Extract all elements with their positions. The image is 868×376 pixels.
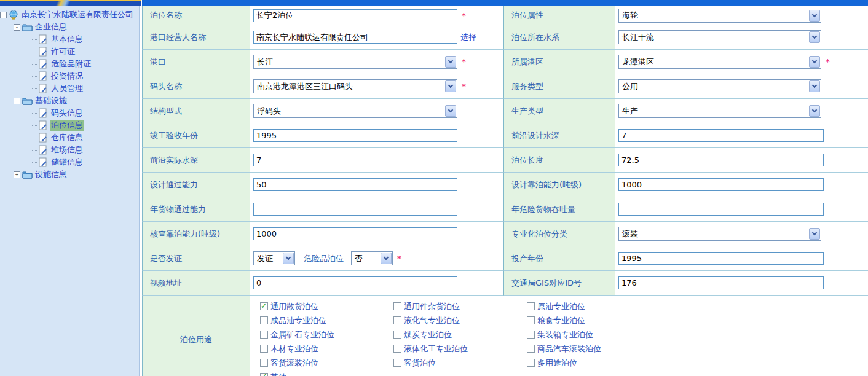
collapse-expander-icon[interactable]: -: [14, 24, 20, 31]
port-select[interactable]: 长江: [253, 55, 457, 69]
checkbox-refined-oil-berth: 成品油专业泊位: [260, 313, 393, 327]
collapse-expander-icon[interactable]: -: [14, 98, 20, 104]
collapse-expander-icon[interactable]: -: [0, 12, 7, 18]
tree-node-infrastructure[interactable]: - 基础设施: [0, 95, 139, 107]
annual-cargo-throughput-input[interactable]: [253, 203, 457, 216]
globe-icon: [9, 10, 19, 20]
field-label-production-year: 投产年份: [503, 246, 615, 271]
checkbox[interactable]: [260, 345, 268, 353]
checkbox[interactable]: [260, 331, 268, 339]
checkbox-label: 通用件杂货泊位: [404, 301, 460, 312]
berth-info-form: 泊位名称 * 泊位属性 海轮 港口经营人名称 选择 泊位所在水系 长江干流 港口…: [142, 6, 868, 376]
field-label-video-address: 视频地址: [142, 271, 250, 296]
dangerous-berth-select[interactable]: 否: [351, 251, 393, 265]
service-type-select[interactable]: 公用: [618, 79, 821, 93]
field-label-berth-name: 泊位名称: [142, 6, 250, 25]
field-label-berth-attribute: 泊位属性: [503, 6, 615, 25]
choose-operator-link[interactable]: 选择: [460, 32, 476, 43]
production-year-input[interactable]: [618, 252, 824, 265]
tree-node-berth-info-selected[interactable]: 泊位信息: [0, 119, 139, 131]
select-value: 长江干流: [619, 32, 821, 43]
usage-column-3: 原油专业泊位 粮食专业泊位 集装箱专业泊位 商品汽车滚装泊位 多用途泊位: [527, 299, 660, 370]
checkbox-passenger-cargo-roro-berth: 客货滚装泊位: [260, 356, 393, 370]
checkbox[interactable]: [260, 359, 268, 367]
tree-node-license[interactable]: 许可证: [0, 45, 139, 58]
dropdown-arrow-icon: [809, 105, 820, 117]
design-throughput-input[interactable]: [253, 178, 457, 191]
checkbox[interactable]: [393, 331, 401, 339]
checkbox[interactable]: [393, 302, 401, 310]
verified-berthing-capacity-input[interactable]: [253, 227, 457, 240]
production-type-select[interactable]: 生产: [618, 104, 821, 118]
select-value: 公用: [619, 81, 821, 92]
tree-node-dangerous-goods-annex[interactable]: 危险品附证: [0, 58, 139, 70]
tree-node-storage-tank-info[interactable]: 储罐信息: [0, 156, 139, 168]
checkbox[interactable]: ✓: [260, 302, 268, 310]
folder-icon: [22, 96, 33, 106]
tree-node-wharf-info[interactable]: 码头信息: [0, 107, 139, 119]
checkbox[interactable]: [527, 331, 535, 339]
tree-node-facility-info[interactable]: + 设施信息: [0, 168, 139, 181]
tree-connector: [32, 162, 37, 163]
gis-id-input[interactable]: [618, 276, 824, 289]
video-address-input[interactable]: [253, 276, 457, 289]
license-issued-select[interactable]: 发证: [253, 251, 295, 265]
field-label-port: 港口: [142, 50, 250, 74]
checkbox[interactable]: [260, 316, 268, 324]
annual-dangerous-cargo-input[interactable]: [618, 203, 824, 216]
dropdown-arrow-icon: [445, 105, 456, 117]
tree-node-label: 投资情况: [50, 71, 84, 82]
field-video-address: [250, 271, 503, 296]
field-structure-type: 浮码头: [250, 99, 503, 123]
wharf-name-select[interactable]: 南京港龙潭港区三江口码头: [253, 79, 457, 93]
field-berth-length: [615, 148, 868, 173]
design-berthing-capacity-input[interactable]: [618, 178, 824, 191]
dropdown-arrow-icon: [809, 56, 820, 68]
tree-node-warehouse-info[interactable]: 仓库信息: [0, 131, 139, 144]
checkbox[interactable]: [393, 316, 401, 324]
water-system-select[interactable]: 长江干流: [618, 30, 821, 44]
completion-year-input[interactable]: [253, 129, 457, 142]
field-design-front-depth: [615, 123, 868, 148]
tree-node-investment[interactable]: 投资情况: [0, 70, 139, 82]
port-operator-input[interactable]: [253, 31, 457, 44]
tree-node-enterprise-info[interactable]: - 企业信息: [0, 21, 139, 33]
tree-node-personnel[interactable]: 人员管理: [0, 82, 139, 95]
actual-front-depth-input[interactable]: [253, 154, 457, 166]
tree-node-basic-info[interactable]: 基本信息: [0, 33, 139, 45]
checkbox[interactable]: [527, 359, 535, 367]
port-area-select[interactable]: 龙潭港区: [618, 55, 821, 69]
field-label-water-system: 泊位所在水系: [503, 25, 615, 50]
field-label-berth-usage: 泊位用途: [142, 296, 250, 376]
required-asterisk: *: [462, 11, 466, 20]
field-label-gis-id: 交通局GIS对应ID号: [503, 271, 615, 296]
checkbox-label: 煤炭专业泊位: [404, 329, 452, 340]
tree-node-label: 危险品附证: [50, 58, 92, 69]
tree-node-company-root[interactable]: - 南京长宁水陆联运有限责任公司: [0, 9, 139, 21]
structure-type-select[interactable]: 浮码头: [253, 104, 457, 118]
tree-node-yard-info[interactable]: 堆场信息: [0, 144, 139, 156]
tree-node-label: 码头信息: [50, 108, 84, 119]
tree-node-label: 许可证: [50, 46, 76, 57]
checkmark-icon: ✓: [261, 372, 267, 376]
expand-expander-icon[interactable]: +: [14, 171, 20, 178]
checkbox[interactable]: [527, 302, 535, 310]
field-label-port-operator: 港口经营人名称: [142, 25, 250, 50]
field-port: 长江 *: [250, 50, 503, 74]
checkbox-label: 原油专业泊位: [537, 301, 585, 312]
banner-left-segment: [0, 0, 141, 6]
document-icon: [38, 59, 49, 69]
required-asterisk: *: [397, 254, 401, 263]
checkbox[interactable]: ✓: [260, 373, 268, 376]
berth-name-input[interactable]: [253, 9, 457, 22]
checkbox[interactable]: [527, 316, 535, 324]
field-label-design-front-depth: 前沿设计水深: [503, 123, 615, 148]
berth-attribute-select[interactable]: 海轮: [618, 9, 821, 23]
specialized-berth-class-select[interactable]: 滚装: [618, 227, 821, 241]
design-front-depth-input[interactable]: [618, 129, 824, 142]
checkbox[interactable]: [527, 345, 535, 353]
checkbox[interactable]: [393, 345, 401, 353]
tree-connector: [32, 64, 37, 65]
berth-length-input[interactable]: [618, 154, 824, 166]
checkbox[interactable]: [393, 359, 401, 367]
